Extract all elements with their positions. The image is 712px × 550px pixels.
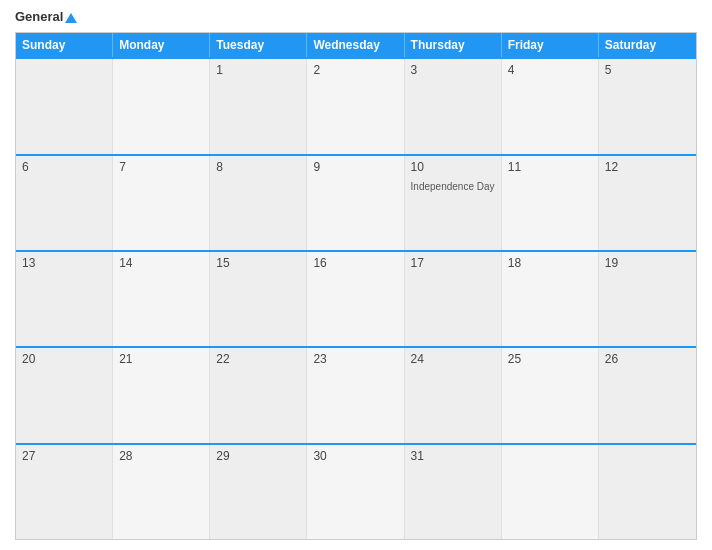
calendar-header: General — [15, 10, 697, 24]
logo-general-text: General — [15, 10, 77, 24]
day-number: 27 — [22, 449, 106, 463]
day-cell: 20 — [16, 348, 113, 442]
day-cell: 22 — [210, 348, 307, 442]
day-cell — [113, 59, 210, 153]
day-number: 17 — [411, 256, 495, 270]
week-row-1: 12345 — [16, 57, 696, 153]
day-number: 2 — [313, 63, 397, 77]
day-cell: 30 — [307, 445, 404, 539]
logo: General — [15, 10, 77, 24]
day-cell: 24 — [405, 348, 502, 442]
day-number: 13 — [22, 256, 106, 270]
day-number: 1 — [216, 63, 300, 77]
day-cell: 15 — [210, 252, 307, 346]
day-number: 22 — [216, 352, 300, 366]
day-number: 16 — [313, 256, 397, 270]
day-cell — [16, 59, 113, 153]
day-number: 30 — [313, 449, 397, 463]
day-cell: 28 — [113, 445, 210, 539]
day-number: 6 — [22, 160, 106, 174]
day-number: 19 — [605, 256, 690, 270]
day-cell: 23 — [307, 348, 404, 442]
day-cell: 12 — [599, 156, 696, 250]
day-cell: 19 — [599, 252, 696, 346]
day-cell: 8 — [210, 156, 307, 250]
calendar-grid: SundayMondayTuesdayWednesdayThursdayFrid… — [15, 32, 697, 540]
day-number: 15 — [216, 256, 300, 270]
week-row-5: 2728293031 — [16, 443, 696, 539]
day-header-friday: Friday — [502, 33, 599, 57]
weeks-container: 12345678910Independence Day1112131415161… — [16, 57, 696, 539]
day-number: 21 — [119, 352, 203, 366]
day-header-sunday: Sunday — [16, 33, 113, 57]
day-cell: 25 — [502, 348, 599, 442]
day-cell: 16 — [307, 252, 404, 346]
week-row-3: 13141516171819 — [16, 250, 696, 346]
day-cell: 5 — [599, 59, 696, 153]
week-row-4: 20212223242526 — [16, 346, 696, 442]
day-cell: 13 — [16, 252, 113, 346]
day-cell: 21 — [113, 348, 210, 442]
day-cell: 3 — [405, 59, 502, 153]
day-cell: 11 — [502, 156, 599, 250]
day-number: 20 — [22, 352, 106, 366]
day-number: 12 — [605, 160, 690, 174]
event-label: Independence Day — [411, 181, 495, 192]
day-header-thursday: Thursday — [405, 33, 502, 57]
calendar-container: General SundayMondayTuesdayWednesdayThur… — [0, 0, 712, 550]
day-cell: 7 — [113, 156, 210, 250]
day-headers-row: SundayMondayTuesdayWednesdayThursdayFrid… — [16, 33, 696, 57]
day-cell: 17 — [405, 252, 502, 346]
day-header-saturday: Saturday — [599, 33, 696, 57]
day-cell: 27 — [16, 445, 113, 539]
day-cell: 31 — [405, 445, 502, 539]
day-number: 25 — [508, 352, 592, 366]
day-cell: 2 — [307, 59, 404, 153]
day-cell: 9 — [307, 156, 404, 250]
day-number: 26 — [605, 352, 690, 366]
logo-triangle-icon — [65, 13, 77, 23]
day-cell: 18 — [502, 252, 599, 346]
day-number: 5 — [605, 63, 690, 77]
day-number: 28 — [119, 449, 203, 463]
day-number: 11 — [508, 160, 592, 174]
day-cell — [502, 445, 599, 539]
day-number: 10 — [411, 160, 495, 174]
day-number: 14 — [119, 256, 203, 270]
day-cell: 29 — [210, 445, 307, 539]
week-row-2: 678910Independence Day1112 — [16, 154, 696, 250]
day-cell: 1 — [210, 59, 307, 153]
day-cell: 14 — [113, 252, 210, 346]
day-number: 4 — [508, 63, 592, 77]
day-cell: 26 — [599, 348, 696, 442]
day-number: 9 — [313, 160, 397, 174]
day-number: 3 — [411, 63, 495, 77]
day-cell: 4 — [502, 59, 599, 153]
day-number: 31 — [411, 449, 495, 463]
day-header-tuesday: Tuesday — [210, 33, 307, 57]
day-cell: 6 — [16, 156, 113, 250]
day-number: 7 — [119, 160, 203, 174]
day-header-monday: Monday — [113, 33, 210, 57]
day-header-wednesday: Wednesday — [307, 33, 404, 57]
day-cell — [599, 445, 696, 539]
day-number: 18 — [508, 256, 592, 270]
day-cell: 10Independence Day — [405, 156, 502, 250]
day-number: 23 — [313, 352, 397, 366]
day-number: 8 — [216, 160, 300, 174]
day-number: 29 — [216, 449, 300, 463]
day-number: 24 — [411, 352, 495, 366]
